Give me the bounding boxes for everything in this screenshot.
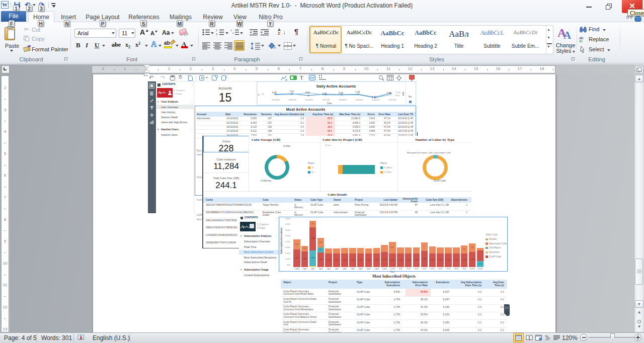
svg-text:3: 3 bbox=[216, 33, 217, 36]
svg-text:a: a bbox=[230, 29, 232, 32]
svg-text:a: a bbox=[232, 31, 234, 34]
svg-text:1: 1 bbox=[216, 29, 217, 32]
